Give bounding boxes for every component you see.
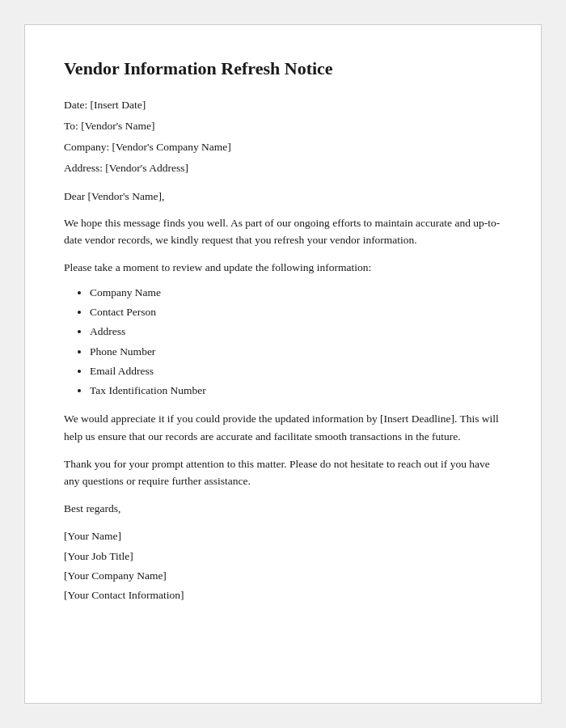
signature-contact: [Your Contact Information] (64, 586, 502, 605)
address-line: Address: [Vendor's Address] (64, 160, 502, 176)
intro-paragraph: We hope this message finds you well. As … (64, 214, 502, 249)
deadline-paragraph: We would appreciate it if you could prov… (64, 410, 502, 445)
date-line: Date: [Insert Date] (64, 97, 502, 113)
page-container: Vendor Information Refresh Notice Date: … (0, 0, 566, 728)
signature-job-title: [Your Job Title] (64, 547, 502, 566)
company-line: Company: [Vendor's Company Name] (64, 139, 502, 155)
list-item: Phone Number (90, 342, 502, 362)
list-item: Tax Identification Number (90, 381, 502, 400)
signature-name: [Your Name] (64, 527, 502, 546)
info-list: Company Name Contact Person Address Phon… (90, 283, 502, 401)
list-item: Email Address (90, 362, 502, 381)
list-item: Company Name (90, 283, 502, 303)
list-item: Contact Person (90, 303, 502, 322)
closing-body-paragraph: Thank you for your prompt attention to t… (64, 455, 502, 490)
closing-block: Best regards, [Your Name] [Your Job Titl… (64, 500, 502, 606)
to-line: To: [Vendor's Name] (64, 118, 502, 134)
document-title: Vendor Information Refresh Notice (64, 57, 502, 81)
regards-line: Best regards, (64, 500, 502, 518)
list-intro: Please take a moment to review and updat… (64, 259, 502, 277)
signature-company: [Your Company Name] (64, 566, 502, 586)
document: Vendor Information Refresh Notice Date: … (24, 24, 542, 704)
list-item: Address (90, 322, 502, 341)
salutation: Dear [Vendor's Name], (64, 188, 502, 205)
